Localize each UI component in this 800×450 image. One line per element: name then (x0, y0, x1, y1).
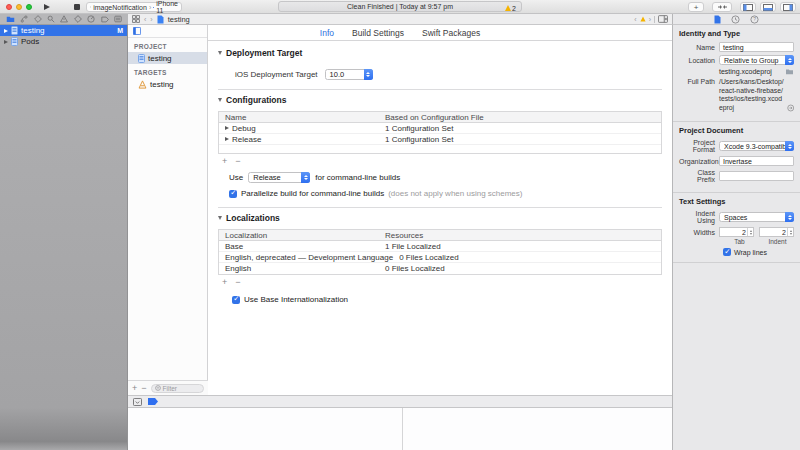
add-localization-button[interactable]: + (222, 278, 227, 287)
name-label: Name (679, 44, 719, 51)
source-control-icon[interactable] (20, 15, 28, 23)
project-format-dropdown[interactable]: Xcode 9.3-compatible (719, 141, 794, 151)
related-items-icon[interactable] (132, 15, 140, 23)
disclosure-triangle-icon[interactable] (225, 137, 229, 141)
stop-button[interactable] (74, 4, 80, 10)
table-row[interactable]: Release 1 Configuration Set (219, 134, 661, 145)
indent-using-label: Indent Using (679, 210, 719, 224)
disclosure-triangle-icon[interactable] (4, 29, 8, 33)
toggle-navigator-button[interactable] (740, 2, 756, 12)
run-button[interactable] (44, 4, 50, 10)
reveal-arrow-icon[interactable] (787, 104, 794, 112)
toggle-inspector-button[interactable] (780, 2, 796, 12)
project-navigator-icon[interactable] (6, 15, 15, 23)
back-icon[interactable]: ‹ (144, 16, 146, 23)
table-row[interactable]: Debug 1 Configuration Set (219, 123, 661, 134)
disclosure-triangle-icon[interactable] (218, 98, 222, 102)
sidebar-item-target-testing[interactable]: testing (128, 78, 207, 90)
issues-back-icon[interactable]: ‹ (634, 16, 636, 23)
disclosure-triangle-icon[interactable] (218, 51, 222, 55)
stepper-arrows-icon[interactable] (747, 228, 753, 236)
jumpbar-file-name[interactable]: testing (168, 15, 190, 24)
navigator-item-testing[interactable]: testing M (0, 25, 127, 36)
parallelize-note: (does not apply when using schemes) (388, 189, 522, 198)
localizations-table: Localization Resources Base 1 File Local… (218, 229, 662, 275)
history-inspector-icon[interactable] (731, 15, 740, 24)
add-button[interactable]: + (132, 384, 137, 393)
table-row[interactable]: English, deprecated — Development Langua… (219, 252, 661, 263)
dropdown-stepper-icon (785, 212, 794, 222)
console-view[interactable] (403, 408, 672, 450)
add-editor-icon[interactable] (658, 15, 668, 23)
report-navigator-icon[interactable] (114, 15, 122, 23)
localization-resources: 0 Files Localized (393, 253, 661, 262)
hide-project-list-icon[interactable] (133, 27, 141, 35)
stepper-arrows-icon[interactable] (787, 228, 793, 236)
indent-width-stepper[interactable]: 2 (759, 227, 794, 237)
hide-debug-icon[interactable] (133, 398, 142, 406)
class-prefix-field[interactable] (719, 171, 794, 181)
minimize-button[interactable] (16, 4, 22, 10)
test-navigator-icon[interactable] (74, 15, 82, 23)
column-name[interactable]: Name (219, 113, 379, 122)
remove-localization-button[interactable]: − (235, 278, 240, 287)
find-navigator-icon[interactable] (47, 15, 55, 23)
table-row[interactable]: English 0 Files Localized (219, 263, 661, 274)
column-resources[interactable]: Resources (379, 231, 661, 240)
issues-forward-icon[interactable]: › (649, 16, 651, 23)
parallelize-checkbox[interactable] (229, 190, 237, 198)
tab-build-settings[interactable]: Build Settings (352, 28, 404, 38)
column-localization[interactable]: Localization (219, 231, 379, 240)
plus-icon: + (694, 3, 699, 12)
warning-badge[interactable]: 2 (505, 5, 516, 12)
library-button[interactable]: + (688, 2, 704, 12)
base-internationalization-checkbox[interactable] (232, 296, 240, 304)
remove-button[interactable]: − (141, 384, 146, 393)
wrap-lines-checkbox[interactable] (723, 248, 731, 256)
section-deployment-target[interactable]: Deployment Target (218, 48, 662, 58)
breakpoint-navigator-icon[interactable] (101, 16, 109, 23)
editor-layout-button[interactable] (712, 2, 732, 12)
breakpoint-icon[interactable] (148, 398, 158, 405)
column-based-on[interactable]: Based on Configuration File (379, 113, 661, 122)
indent-width-value: 2 (782, 229, 786, 236)
organization-field[interactable]: Invertase (719, 156, 794, 166)
command-line-config-dropdown[interactable]: Release (248, 172, 310, 183)
disclosure-triangle-icon[interactable] (225, 126, 229, 130)
symbol-navigator-icon[interactable] (34, 15, 42, 23)
file-inspector-icon[interactable] (714, 15, 721, 24)
project-section-header: PROJECT (128, 38, 207, 52)
section-configurations[interactable]: Configurations (218, 95, 662, 105)
toggle-debug-button[interactable] (760, 2, 776, 12)
name-field[interactable]: testing (719, 42, 794, 52)
debug-navigator-icon[interactable] (87, 15, 95, 23)
forward-icon[interactable]: › (150, 16, 152, 23)
add-configuration-button[interactable]: + (222, 157, 227, 166)
remove-configuration-button[interactable]: − (235, 157, 240, 166)
zoom-button[interactable] (26, 4, 32, 10)
issue-navigator-icon[interactable] (60, 15, 68, 23)
quick-help-icon[interactable]: ? (750, 15, 759, 24)
warning-icon[interactable] (640, 16, 645, 21)
disclosure-triangle-icon[interactable] (4, 40, 8, 44)
section-localizations[interactable]: Localizations (218, 213, 662, 223)
sidebar-item-project-testing[interactable]: testing (128, 52, 207, 64)
tab-width-stepper[interactable]: 2 (719, 227, 754, 237)
localization-resources: 0 Files Localized (379, 264, 661, 273)
indent-using-dropdown[interactable]: Spaces (719, 212, 794, 222)
variables-view[interactable] (128, 408, 403, 450)
folder-icon[interactable] (785, 68, 794, 75)
xcodeproj-icon (11, 37, 18, 46)
location-dropdown[interactable]: Relative to Group (719, 55, 794, 65)
dropdown-value: Xcode 9.3-compatible (724, 143, 792, 150)
table-row[interactable]: Base 1 File Localized (219, 241, 661, 252)
scheme-selector[interactable]: imageNotification › iPhone 11 (86, 2, 182, 12)
filter-input[interactable]: Filter (151, 384, 204, 393)
tab-swift-packages[interactable]: Swift Packages (422, 28, 480, 38)
disclosure-triangle-icon[interactable] (218, 216, 222, 220)
tab-info[interactable]: Info (320, 28, 334, 38)
deployment-target-dropdown[interactable]: 10.0 (325, 69, 373, 80)
navigator-item-pods[interactable]: Pods (0, 36, 127, 47)
close-button[interactable] (6, 4, 12, 10)
activity-status[interactable]: Clean Finished | Today at 9:57 pm 2 (278, 1, 522, 12)
